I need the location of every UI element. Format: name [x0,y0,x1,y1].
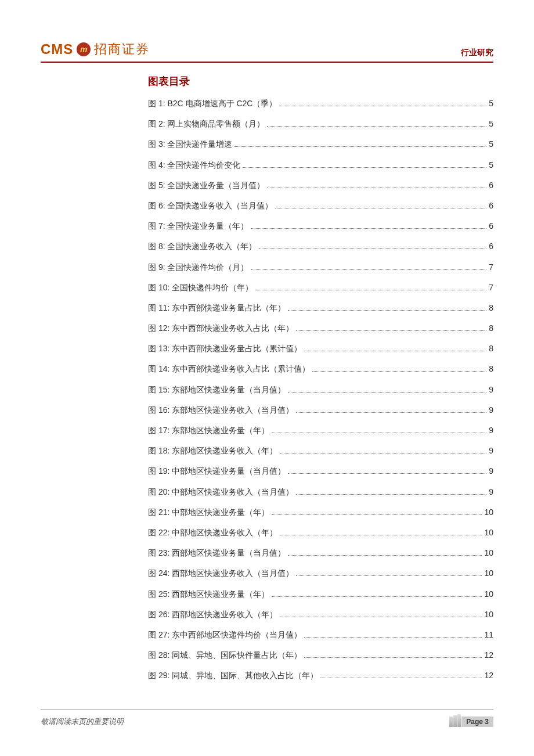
toc-entry-page: 10 [484,568,493,578]
toc-leader-dots [288,310,486,311]
toc-entry-label: 图 28: 同城、异地、国际快件量占比（年） [148,650,302,661]
toc-entry-page: 8 [489,303,493,312]
toc-leader-dots [272,596,482,597]
toc-leader-dots [320,678,482,678]
toc-entry-page: 9 [489,405,493,415]
toc-entry-label: 图 19: 中部地区快递业务量（当月值） [148,466,286,477]
toc-leader-dots [288,555,482,556]
logo-text-chinese: 招商证券 [94,41,150,58]
toc-leader-dots [304,657,482,658]
toc-entry: 图 20: 中部地区快递业务收入（当月值）9 [148,487,493,498]
toc-entry: 图 27: 东中西部地区快递件均价（当月值）11 [148,630,493,640]
toc-entry: 图 4: 全国快递件均价变化5 [148,160,493,171]
toc-list: 图 1: B2C 电商增速高于 C2C（季）5图 2: 网上实物商品零售额（月）… [148,99,493,681]
toc-entry-label: 图 29: 同城、异地、国际、其他收入占比（年） [148,671,318,681]
toc-entry: 图 7: 全国快递业务量（年）6 [148,221,493,232]
page-header: CMS m 招商证券 行业研究 [41,41,493,63]
toc-entry-page: 6 [489,221,493,231]
toc-entry-page: 9 [489,466,493,476]
toc-entry: 图 8: 全国快递业务收入（年）6 [148,242,493,252]
toc-entry: 图 16: 东部地区快递业务收入（当月值）9 [148,405,493,416]
page-footer: 敬请阅读末页的重要说明 Page 3 [41,709,493,727]
toc-leader-dots [272,433,486,433]
toc-entry-label: 图 22: 中部地区快递业务收入（年） [148,528,277,538]
toc-leader-dots [243,167,486,168]
toc-leader-dots [304,637,482,638]
toc-entry-page: 6 [489,242,493,251]
toc-entry-label: 图 13: 东中西部快递业务量占比（累计值） [148,344,302,354]
toc-title: 图表目录 [148,74,493,88]
toc-entry-page: 10 [484,507,493,517]
toc-entry: 图 14: 东中西部快递业务收入占比（累计值）8 [148,364,493,375]
toc-entry-label: 图 7: 全国快递业务量（年） [148,221,248,232]
toc-entry-page: 10 [484,528,493,537]
toc-leader-dots [304,351,486,351]
toc-leader-dots [279,106,486,106]
toc-entry-page: 6 [489,201,493,210]
toc-leader-dots [312,371,486,372]
toc-entry: 图 10: 全国快递件均价（年）7 [148,283,493,293]
toc-entry: 图 13: 东中西部快递业务量占比（累计值）8 [148,344,493,354]
toc-entry-label: 图 15: 东部地区快递业务量（当月值） [148,385,286,395]
toc-leader-dots [259,249,486,249]
toc-leader-dots [280,617,482,617]
toc-leader-dots [267,126,486,127]
logo-circle-icon: m [77,42,91,56]
decorative-bar-icon [457,714,461,727]
toc-entry-label: 图 11: 东中西部快递业务量占比（年） [148,303,286,314]
header-category: 行业研究 [461,48,493,58]
toc-entry-label: 图 3: 全国快递件量增速 [148,139,232,150]
toc-entry: 图 25: 西部地区快递业务量（年）10 [148,589,493,600]
toc-entry-label: 图 1: B2C 电商增速高于 C2C（季） [148,99,277,109]
logo-text-cms: CMS [41,41,73,57]
toc-entry-page: 9 [489,487,493,496]
toc-entry-label: 图 14: 东中西部快递业务收入占比（累计值） [148,364,310,375]
toc-leader-dots [251,228,486,229]
toc-entry: 图 23: 西部地区快递业务量（当月值）10 [148,548,493,559]
toc-entry-label: 图 8: 全国快递业务收入（年） [148,242,257,252]
toc-entry-page: 10 [484,589,493,599]
toc-entry: 图 3: 全国快递件量增速5 [148,139,493,150]
toc-entry: 图 19: 中部地区快递业务量（当月值）9 [148,466,493,477]
toc-entry-label: 图 24: 西部地区快递业务收入（当月值） [148,568,294,579]
toc-leader-dots [251,269,486,270]
toc-entry: 图 22: 中部地区快递业务收入（年）10 [148,528,493,538]
toc-entry-page: 8 [489,344,493,353]
footer-disclaimer: 敬请阅读末页的重要说明 [41,717,124,727]
toc-entry-page: 7 [489,262,493,272]
toc-leader-dots [267,188,486,188]
toc-entry: 图 12: 东中西部快递业务收入占比（年）8 [148,323,493,334]
decorative-bar-icon [449,717,453,727]
toc-entry-page: 9 [489,385,493,394]
toc-leader-dots [280,535,482,535]
toc-entry-page: 10 [484,548,493,557]
toc-entry-page: 6 [489,181,493,190]
company-logo: CMS m 招商证券 [41,41,150,58]
page-container: CMS m 招商证券 行业研究 图表目录 图 1: B2C 电商增速高于 C2C… [0,0,534,756]
page-number: Page 3 [461,717,493,727]
toc-entry-label: 图 16: 东部地区快递业务收入（当月值） [148,405,294,416]
toc-entry-page: 9 [489,446,493,455]
toc-leader-dots [296,412,486,413]
toc-entry: 图 15: 东部地区快递业务量（当月值）9 [148,385,493,395]
toc-entry-label: 图 26: 西部地区快递业务收入（年） [148,610,277,620]
toc-entry-page: 7 [489,283,493,292]
toc-entry: 图 6: 全国快递业务收入（当月值）6 [148,201,493,211]
toc-entry-page: 11 [484,630,493,639]
toc-entry: 图 18: 东部地区快递业务收入（年）9 [148,446,493,456]
toc-leader-dots [288,392,486,393]
toc-entry-label: 图 9: 全国快递件均价（月） [148,262,248,273]
toc-entry-page: 10 [484,610,493,619]
toc-leader-dots [234,146,486,147]
toc-entry: 图 2: 网上实物商品零售额（月）5 [148,119,493,129]
toc-entry-page: 9 [489,426,493,435]
toc-leader-dots [255,290,486,290]
toc-leader-dots [296,575,482,576]
toc-entry-label: 图 2: 网上实物商品零售额（月） [148,119,265,129]
toc-entry-label: 图 12: 东中西部快递业务收入占比（年） [148,323,294,334]
toc-leader-dots [280,453,486,453]
toc-leader-dots [288,473,486,474]
toc-entry-label: 图 6: 全国快递业务收入（当月值） [148,201,273,211]
toc-entry-label: 图 20: 中部地区快递业务收入（当月值） [148,487,294,498]
toc-entry: 图 28: 同城、异地、国际快件量占比（年）12 [148,650,493,661]
